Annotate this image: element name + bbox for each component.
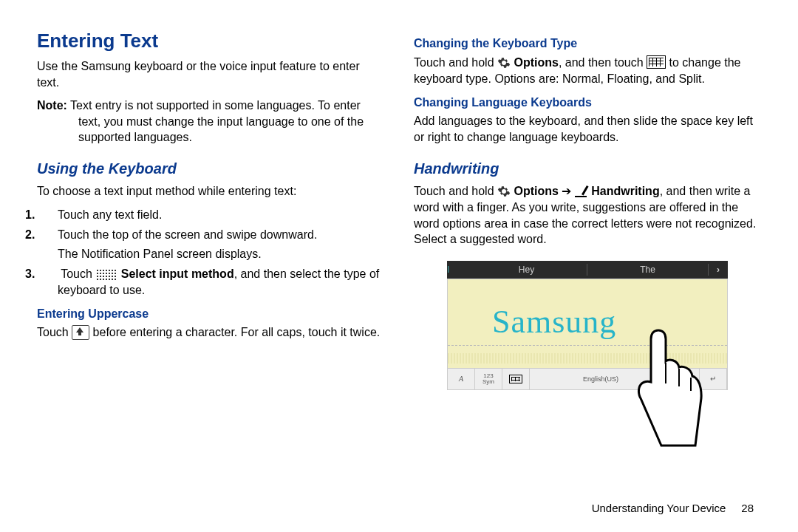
shift-key-icon <box>72 325 89 340</box>
suggestion-3: The <box>587 264 709 276</box>
handwriting-para: Touch and hold Options ➔ Handwriting, an… <box>414 183 761 248</box>
grid-dots-icon <box>95 268 117 280</box>
intro-text: Use the Samsung keyboard or the voice in… <box>37 58 384 90</box>
note-body: Text entry is not supported in some lang… <box>70 99 364 143</box>
right-column: Changing the Keyboard Type Touch and hol… <box>414 28 761 501</box>
uppercase-para: Touch before entering a character. For a… <box>37 324 384 341</box>
select-input-method-label: Select input method <box>121 267 234 280</box>
page-title: Entering Text <box>37 28 384 54</box>
type-b: , and then touch <box>559 56 647 69</box>
handwriting-figure: I Hey The › Samsung A 123 Sym English(US… <box>447 261 728 390</box>
gear-icon-2 <box>497 183 511 200</box>
note-label: Note: <box>37 99 67 112</box>
font-key: A <box>448 369 475 389</box>
steps-list: 1.Touch any text field. 2.Touch the top … <box>37 207 384 299</box>
footer-section: Understanding Your Device <box>592 502 726 514</box>
mini-keyboard-icon <box>502 369 530 389</box>
options-label-2: Options <box>514 185 558 197</box>
suggestion-2: Hey <box>466 264 587 276</box>
pointer-hand-icon <box>624 327 706 453</box>
step-3-a: Touch <box>58 267 95 280</box>
arrow-icon: ➔ <box>559 185 575 197</box>
upper-b: before entering a character. For all cap… <box>89 326 380 338</box>
type-a: Touch and hold <box>414 56 497 69</box>
step-3: 3. Touch Select input method, and then s… <box>58 266 384 298</box>
lang-body: Add languages to the keyboard, and then … <box>414 113 761 145</box>
step-1-text: Touch any text field. <box>58 208 162 221</box>
heading-changing-language: Changing Language Keyboards <box>414 95 761 111</box>
handwriting-label: Handwriting <box>591 185 659 197</box>
note-block: Note: Text entry is not supported in som… <box>78 98 384 146</box>
chevron-right-icon: › <box>709 264 728 276</box>
gear-icon <box>497 55 511 71</box>
heading-changing-type: Changing the Keyboard Type <box>414 35 761 52</box>
heading-using-keyboard: Using the Keyboard <box>37 159 384 179</box>
page-footer: Understanding Your Device 28 <box>592 502 754 514</box>
heading-handwriting: Handwriting <box>414 159 761 179</box>
step-2: 2.Touch the top of the screen and swipe … <box>58 227 384 262</box>
handwritten-word: Samsung <box>492 300 616 344</box>
changing-type-para: Touch and hold Options, and then touch t… <box>414 55 761 87</box>
keyboard-icon <box>647 55 666 69</box>
left-column: Entering Text Use the Samsung keyboard o… <box>37 28 384 501</box>
handwriting-pen-icon <box>575 184 588 197</box>
step-2-sub: The Notification Panel screen displays. <box>58 246 384 262</box>
suggestion-cursor: I <box>447 264 466 276</box>
sym-key: 123 Sym <box>475 369 502 389</box>
upper-a: Touch <box>37 326 72 338</box>
suggestion-bar: I Hey The › <box>447 261 728 279</box>
using-intro: To choose a text input method while ente… <box>37 183 384 200</box>
step-1: 1.Touch any text field. <box>58 207 384 223</box>
step-2-text: Touch the top of the screen and swipe do… <box>58 228 317 241</box>
heading-entering-uppercase: Entering Uppercase <box>37 306 384 322</box>
options-label-1: Options <box>514 56 558 69</box>
footer-page-number: 28 <box>741 502 754 514</box>
hand-a: Touch and hold <box>414 185 497 197</box>
